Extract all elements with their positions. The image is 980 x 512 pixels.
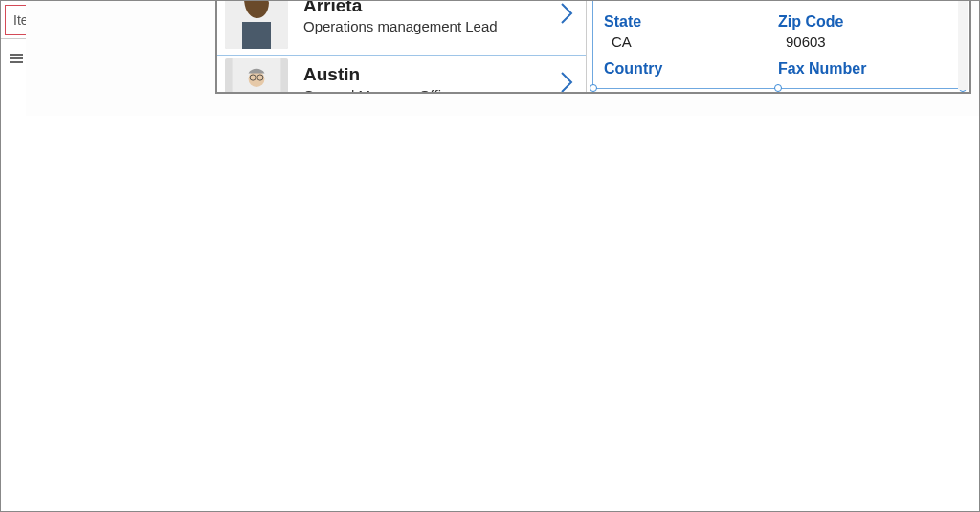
- detail-form[interactable]: Last NameSmith First NameJames Job Title…: [587, 0, 969, 92]
- field-label: Zip Code: [778, 13, 943, 31]
- field-value: CA: [604, 31, 768, 53]
- field-label: State: [604, 13, 768, 31]
- avatar: [225, 58, 288, 93]
- svg-point-21: [249, 71, 265, 87]
- list-item[interactable]: AustinGeneral Manager Officer: [217, 56, 586, 92]
- svg-rect-19: [242, 22, 271, 49]
- avatar: [225, 0, 288, 49]
- field-label: Fax Number: [778, 60, 943, 78]
- lead-list[interactable]: SmithManager Alexander RamanChief Market…: [217, 0, 587, 92]
- chevron-right-icon: [557, 69, 576, 93]
- vertical-scrollbar[interactable]: [958, 0, 968, 90]
- list-item[interactable]: ArrietaOperations management Lead: [217, 0, 586, 56]
- list-name: Arrieta: [303, 0, 557, 16]
- field-value: 15714 WHITWOOD DRIVE: [604, 0, 768, 5]
- list-subtitle: General Manager Officer: [303, 87, 557, 92]
- list-subtitle: Operations management Lead: [303, 18, 557, 34]
- field-label: Country: [604, 60, 768, 78]
- field-value: 90603: [778, 31, 943, 53]
- chevron-right-icon: [557, 0, 576, 31]
- list-name: Austin: [303, 64, 557, 85]
- app-canvas[interactable]: Lead Management Details SmithManager Ale…: [215, 0, 971, 94]
